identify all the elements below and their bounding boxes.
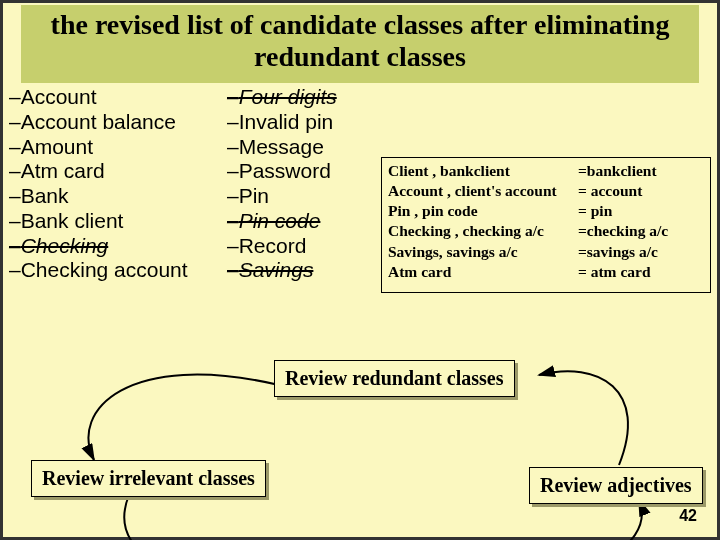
list-item-text: Pin code <box>239 209 321 232</box>
table-row: Client , bankclient=bankclient <box>388 161 704 181</box>
dash: – <box>227 135 239 158</box>
list-item-text: Checking <box>21 234 109 257</box>
box-review-adjectives: Review adjectives <box>529 467 703 504</box>
synonym-rhs: =checking a/c <box>578 221 700 241</box>
dash: – <box>227 184 239 207</box>
synonym-lhs: Savings, savings a/c <box>388 242 578 262</box>
list-item: –Record <box>227 234 377 259</box>
list-item-text: Invalid pin <box>239 110 334 133</box>
list-item: –Account balance <box>9 110 219 135</box>
synonym-rhs: = account <box>578 181 700 201</box>
list-item: –Bank client <box>9 209 219 234</box>
list-item-text: Pin <box>239 184 269 207</box>
list-item-text: Amount <box>21 135 93 158</box>
list-item: –Pin <box>227 184 377 209</box>
list-item-text: Bank <box>21 184 69 207</box>
list-item: –Pin code <box>227 209 377 234</box>
dash: – <box>9 209 21 232</box>
list-item: –Atm card <box>9 159 219 184</box>
review-cycle-diagram: Review redundant classes Review irreleva… <box>9 290 720 540</box>
list-item: –Message <box>227 135 377 160</box>
table-row: Atm card= atm card <box>388 262 704 282</box>
list-item-text: Atm card <box>21 159 105 182</box>
list-item: –Amount <box>9 135 219 160</box>
table-row: Pin , pin code= pin <box>388 201 704 221</box>
synonym-table: Client , bankclient=bankclientAccount , … <box>381 157 711 293</box>
dash: – <box>9 159 21 182</box>
list-item-text: Record <box>239 234 307 257</box>
dash: – <box>9 135 21 158</box>
content: –Account–Account balance–Amount–Atm card… <box>9 85 711 531</box>
list-item: –Checking account <box>9 258 219 283</box>
table-row: Checking , checking a/c=checking a/c <box>388 221 704 241</box>
dash: – <box>227 258 239 281</box>
dash: – <box>9 258 21 281</box>
list-item: –Account <box>9 85 219 110</box>
synonym-lhs: Atm card <box>388 262 578 282</box>
table-row: Savings, savings a/c=savings a/c <box>388 242 704 262</box>
list-item-text: Savings <box>239 258 314 281</box>
slide-inner: the revised list of candidate classes af… <box>3 3 717 537</box>
synonym-rhs: =bankclient <box>578 161 700 181</box>
synonym-lhs: Checking , checking a/c <box>388 221 578 241</box>
synonym-rhs: = atm card <box>578 262 700 282</box>
dash: – <box>227 85 239 108</box>
synonym-lhs: Pin , pin code <box>388 201 578 221</box>
list-item: –Four digits <box>227 85 377 110</box>
list-item-text: Message <box>239 135 324 158</box>
dash: – <box>227 234 239 257</box>
dash: – <box>227 110 239 133</box>
list-item-text: Account <box>21 85 97 108</box>
dash: – <box>9 234 21 257</box>
candidate-columns: –Account–Account balance–Amount–Atm card… <box>9 85 377 283</box>
synonym-rhs: =savings a/c <box>578 242 700 262</box>
synonym-lhs: Account , client's account <box>388 181 578 201</box>
synonym-rhs: = pin <box>578 201 700 221</box>
list-item-text: Account balance <box>21 110 176 133</box>
title-band: the revised list of candidate classes af… <box>21 5 699 83</box>
slide-title: the revised list of candidate classes af… <box>33 9 687 73</box>
list-item: –Password <box>227 159 377 184</box>
dash: – <box>227 159 239 182</box>
page-number: 42 <box>679 507 697 525</box>
dash: – <box>9 110 21 133</box>
dash: – <box>9 85 21 108</box>
list-item-text: Bank client <box>21 209 124 232</box>
box-review-irrelevant: Review irrelevant classes <box>31 460 266 497</box>
list-item-text: Password <box>239 159 331 182</box>
box-review-redundant: Review redundant classes <box>274 360 515 397</box>
list-item: –Checking <box>9 234 219 259</box>
list-item-text: Checking account <box>21 258 188 281</box>
dash: – <box>227 209 239 232</box>
dash: – <box>9 184 21 207</box>
list-item: –Invalid pin <box>227 110 377 135</box>
table-row: Account , client's account= account <box>388 181 704 201</box>
list-item-text: Four digits <box>239 85 337 108</box>
slide: the revised list of candidate classes af… <box>0 0 720 540</box>
candidate-col-1: –Account–Account balance–Amount–Atm card… <box>9 85 219 283</box>
list-item: –Bank <box>9 184 219 209</box>
candidate-col-2: –Four digits–Invalid pin–Message–Passwor… <box>227 85 377 283</box>
synonym-lhs: Client , bankclient <box>388 161 578 181</box>
list-item: –Savings <box>227 258 377 283</box>
